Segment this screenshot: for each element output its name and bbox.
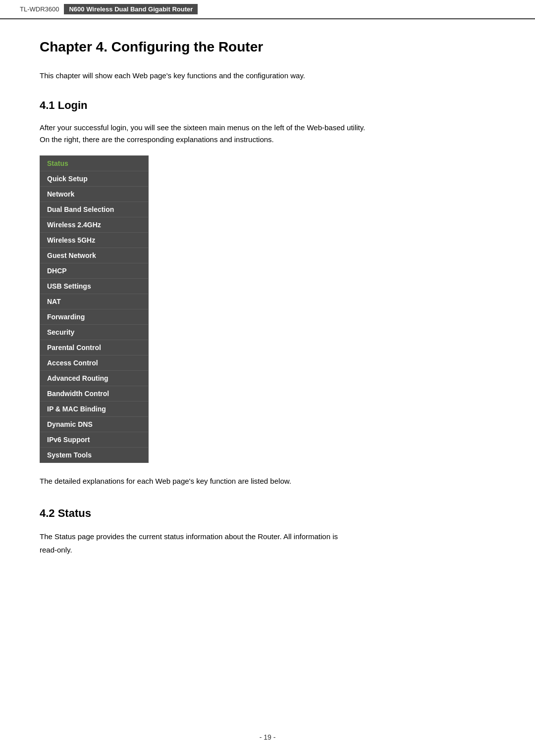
section-4-1-intro-line1: After your successful login, you will se… — [40, 122, 495, 146]
section-4-2-title: 4.2 Status — [40, 507, 495, 520]
nav-menu-item[interactable]: Parental Control — [40, 340, 148, 355]
nav-menu-item[interactable]: Guest Network — [40, 248, 148, 263]
nav-menu-item[interactable]: Access Control — [40, 355, 148, 371]
page-footer: - 19 - — [0, 733, 535, 741]
nav-menu-item[interactable]: IP & MAC Binding — [40, 402, 148, 417]
page-number: - 19 - — [260, 733, 276, 741]
chapter-title: Chapter 4. Configuring the Router — [40, 39, 495, 55]
nav-menu-item[interactable]: Wireless 2.4GHz — [40, 217, 148, 233]
nav-menu-item[interactable]: Dynamic DNS — [40, 417, 148, 432]
nav-menu-item[interactable]: USB Settings — [40, 279, 148, 294]
nav-menu-item[interactable]: Quick Setup — [40, 171, 148, 187]
nav-menu-item[interactable]: Status — [40, 156, 148, 171]
nav-menu-item[interactable]: IPv6 Support — [40, 432, 148, 448]
nav-menu-item[interactable]: Forwarding — [40, 309, 148, 325]
nav-menu-item[interactable]: Advanced Routing — [40, 371, 148, 386]
section-4-1-title: 4.1 Login — [40, 99, 495, 112]
nav-menu-item[interactable]: NAT — [40, 294, 148, 309]
header-product: N600 Wireless Dual Band Gigabit Router — [64, 4, 198, 14]
chapter-intro: This chapter will show each Web page's k… — [40, 70, 495, 82]
page-wrapper: TL-WDR3600 N600 Wireless Dual Band Gigab… — [0, 0, 535, 756]
nav-menu-item[interactable]: DHCP — [40, 263, 148, 279]
nav-menu-item[interactable]: Wireless 5GHz — [40, 233, 148, 248]
nav-menu-item[interactable]: Bandwidth Control — [40, 386, 148, 402]
header-model: TL-WDR3600 — [20, 5, 59, 13]
nav-menu-item[interactable]: System Tools — [40, 448, 148, 462]
section-4-2-text: The Status page provides the current sta… — [40, 530, 495, 556]
nav-menu: StatusQuick SetupNetworkDual Band Select… — [40, 155, 149, 463]
nav-menu-item[interactable]: Dual Band Selection — [40, 202, 148, 217]
nav-menu-item[interactable]: Security — [40, 325, 148, 340]
section-after-menu: The detailed explanations for each Web p… — [40, 475, 495, 487]
page-container: TL-WDR3600 N600 Wireless Dual Band Gigab… — [0, 0, 535, 756]
main-content: Chapter 4. Configuring the Router This c… — [0, 19, 535, 576]
nav-menu-item[interactable]: Network — [40, 187, 148, 202]
section-4-2: 4.2 Status The Status page provides the … — [40, 507, 495, 556]
header-bar: TL-WDR3600 N600 Wireless Dual Band Gigab… — [0, 0, 535, 19]
